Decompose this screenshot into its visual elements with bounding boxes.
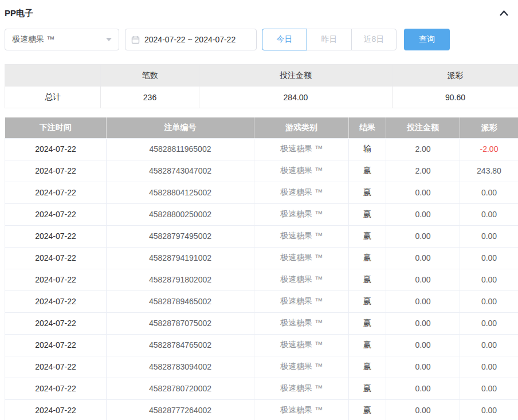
summary-header-payout: 派彩: [393, 65, 518, 87]
summary-header-row: 笔数 投注金额 派彩: [5, 65, 518, 87]
table-cell-result: 赢: [349, 312, 386, 334]
table-cell-payout: 0.00: [460, 399, 518, 420]
summary-table: 笔数 投注金额 派彩 总计 236 284.00 90.60: [5, 64, 518, 108]
table-row: 2024-07-2245828791802002极速糖果 ™赢0.000.00: [5, 269, 518, 291]
table-cell-bet_id: 45828797495002: [107, 225, 254, 247]
table-cell-game_type: 极速糖果 ™: [254, 225, 349, 247]
table-row: 2024-07-2245828811965002极速糖果 ™输2.00-2.00: [5, 138, 518, 160]
table-cell-bet_time: 2024-07-22: [5, 203, 107, 225]
date-range-value: 2024-07-22 ~ 2024-07-22: [144, 35, 236, 44]
table-cell-game_type: 极速糖果 ™: [254, 160, 349, 182]
table-cell-bet_time: 2024-07-22: [5, 269, 107, 291]
table-cell-payout: 0.00: [460, 247, 518, 269]
panel-header: PP电子: [5, 6, 518, 21]
table-cell-bet_id: 45828777264002: [107, 399, 254, 420]
table-row: 2024-07-2245828797495002极速糖果 ™赢0.000.00: [5, 225, 518, 247]
bet-table-header-game_type: 游戏类别: [254, 117, 349, 138]
table-cell-bet_amount: 0.00: [386, 312, 460, 334]
table-cell-bet_id: 45828787075002: [107, 312, 254, 334]
table-cell-result: 赢: [349, 182, 386, 203]
summary-total-row: 总计 236 284.00 90.60: [5, 87, 518, 108]
table-cell-bet_time: 2024-07-22: [5, 356, 107, 378]
table-cell-result: 赢: [349, 160, 386, 182]
table-cell-bet_id: 45828791802002: [107, 269, 254, 291]
table-cell-payout: 0.00: [460, 291, 518, 312]
quick-date-button-1[interactable]: 昨日: [307, 29, 352, 50]
query-button[interactable]: 查询: [404, 29, 450, 50]
bet-table-header-row: 下注时间注单编号游戏类别结果投注金额派彩: [5, 117, 518, 138]
table-cell-bet_time: 2024-07-22: [5, 225, 107, 247]
table-cell-bet_time: 2024-07-22: [5, 378, 107, 399]
table-cell-payout: -2.00: [460, 138, 518, 160]
table-cell-payout: 0.00: [460, 334, 518, 356]
table-cell-result: 赢: [349, 334, 386, 356]
table-cell-bet_time: 2024-07-22: [5, 312, 107, 334]
table-row: 2024-07-2245828780720002极速糖果 ™赢0.000.00: [5, 378, 518, 399]
table-cell-bet_amount: 0.00: [386, 247, 460, 269]
table-cell-bet_amount: 0.00: [386, 225, 460, 247]
table-row: 2024-07-2245828789465002极速糖果 ™赢0.000.00: [5, 291, 518, 312]
collapse-button[interactable]: [499, 9, 509, 17]
game-select-value: 极速糖果 ™: [12, 34, 54, 45]
table-cell-bet_amount: 2.00: [386, 160, 460, 182]
table-cell-bet_time: 2024-07-22: [5, 334, 107, 356]
calendar-icon: [131, 36, 140, 44]
table-row: 2024-07-2245828777264002极速糖果 ™赢0.000.00: [5, 399, 518, 420]
table-cell-bet_amount: 0.00: [386, 291, 460, 312]
table-cell-bet_amount: 0.00: [386, 356, 460, 378]
table-cell-game_type: 极速糖果 ™: [254, 312, 349, 334]
table-cell-payout: 0.00: [460, 225, 518, 247]
summary-header-count: 笔数: [101, 65, 199, 87]
summary-total-bet-amount: 284.00: [199, 87, 393, 108]
table-cell-game_type: 极速糖果 ™: [254, 378, 349, 399]
table-cell-payout: 0.00: [460, 269, 518, 291]
table-cell-bet_time: 2024-07-22: [5, 247, 107, 269]
table-cell-bet_id: 45828789465002: [107, 291, 254, 312]
chevron-up-icon: [499, 9, 509, 17]
game-select[interactable]: 极速糖果 ™: [5, 29, 119, 50]
summary-total-count: 236: [101, 87, 199, 108]
table-cell-bet_amount: 2.00: [386, 138, 460, 160]
table-cell-result: 赢: [349, 356, 386, 378]
summary-header-bet-amount: 投注金额: [199, 65, 393, 87]
table-row: 2024-07-2245828794191002极速糖果 ™赢0.000.00: [5, 247, 518, 269]
table-cell-bet_id: 45828800250002: [107, 203, 254, 225]
table-cell-result: 赢: [349, 269, 386, 291]
bet-table-header-payout: 派彩: [460, 117, 518, 138]
table-cell-bet_amount: 0.00: [386, 378, 460, 399]
bet-table-header-bet_time: 下注时间: [5, 117, 107, 138]
page-title: PP电子: [5, 8, 33, 19]
table-cell-bet_id: 45828780720002: [107, 378, 254, 399]
bet-records-table: 下注时间注单编号游戏类别结果投注金额派彩 2024-07-22458288119…: [5, 117, 518, 420]
table-cell-bet_amount: 0.00: [386, 203, 460, 225]
table-cell-bet_id: 45828743047002: [107, 160, 254, 182]
table-cell-bet_id: 45828783094002: [107, 356, 254, 378]
table-cell-bet_time: 2024-07-22: [5, 399, 107, 420]
summary-total-label: 总计: [5, 87, 101, 108]
quick-date-button-0[interactable]: 今日: [262, 29, 307, 50]
table-cell-bet_time: 2024-07-22: [5, 138, 107, 160]
table-cell-game_type: 极速糖果 ™: [254, 203, 349, 225]
table-cell-bet_amount: 0.00: [386, 334, 460, 356]
table-cell-game_type: 极速糖果 ™: [254, 356, 349, 378]
table-cell-payout: 0.00: [460, 356, 518, 378]
table-cell-bet_amount: 0.00: [386, 399, 460, 420]
chevron-down-icon: [106, 38, 112, 41]
table-cell-payout: 0.00: [460, 182, 518, 203]
table-cell-game_type: 极速糖果 ™: [254, 182, 349, 203]
table-cell-game_type: 极速糖果 ™: [254, 269, 349, 291]
table-row: 2024-07-2245828804125002极速糖果 ™赢0.000.00: [5, 182, 518, 203]
table-cell-payout: 0.00: [460, 312, 518, 334]
table-row: 2024-07-2245828800250002极速糖果 ™赢0.000.00: [5, 203, 518, 225]
table-cell-bet_id: 45828794191002: [107, 247, 254, 269]
table-cell-payout: 243.80: [460, 160, 518, 182]
table-cell-result: 赢: [349, 247, 386, 269]
table-cell-bet_time: 2024-07-22: [5, 160, 107, 182]
bet-table-header-bet_id: 注单编号: [107, 117, 254, 138]
quick-date-button-2[interactable]: 近8日: [351, 29, 397, 50]
table-cell-bet_id: 45828811965002: [107, 138, 254, 160]
date-range-input[interactable]: 2024-07-22 ~ 2024-07-22: [125, 29, 257, 50]
table-row: 2024-07-2245828787075002极速糖果 ™赢0.000.00: [5, 312, 518, 334]
table-cell-bet_time: 2024-07-22: [5, 182, 107, 203]
summary-header-empty: [5, 65, 101, 87]
